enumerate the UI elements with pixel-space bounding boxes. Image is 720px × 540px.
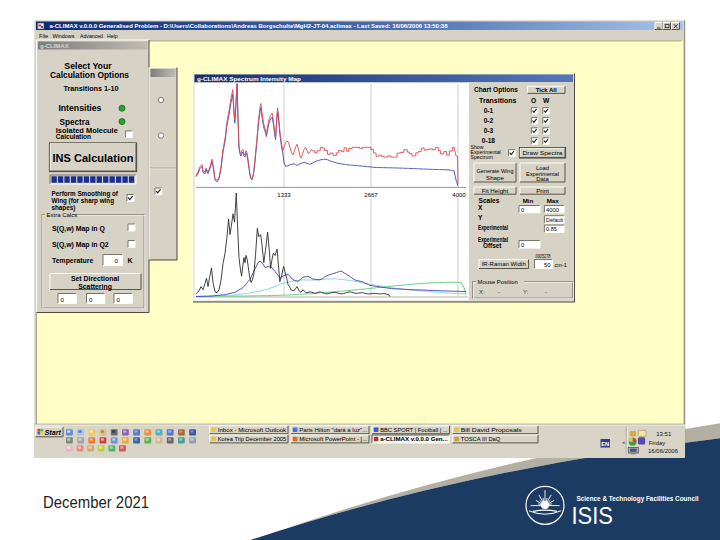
svg-text:Spectra: Spectra: [60, 117, 90, 127]
svg-text:1333: 1333: [277, 192, 291, 198]
svg-text:INS Calculation: INS Calculation: [53, 152, 134, 164]
svg-text:Spectrum: Spectrum: [471, 154, 493, 160]
svg-text:16/06/2006: 16/06/2006: [648, 448, 679, 454]
svg-text:Max: Max: [547, 197, 560, 204]
svg-text:0-1: 0-1: [484, 107, 494, 114]
svg-text:.0005278: .0005278: [535, 253, 551, 259]
svg-text:Fit Height: Fit Height: [482, 187, 509, 194]
svg-text:Paris Hilton "dará a luz"...: Paris Hilton "dará a luz"...: [299, 427, 367, 433]
svg-text:0: 0: [61, 296, 65, 303]
svg-text:S(Q,w) Map in Q: S(Q,w) Map in Q: [52, 225, 105, 233]
svg-text:IR-Raman Width: IR-Raman Width: [482, 261, 526, 267]
svg-text:Shape: Shape: [486, 174, 504, 181]
svg-text:Science & Technology Facilitie: Science & Technology Facilities Council: [577, 495, 699, 503]
svg-text:Print: Print: [536, 187, 549, 194]
svg-text:Scattering: Scattering: [78, 283, 112, 291]
svg-text:a-CLIMAX v.0.0.0 Generalised P: a-CLIMAX v.0.0.0 Generalised Problem - D…: [50, 23, 448, 29]
svg-text:Advanced: Advanced: [80, 33, 103, 39]
svg-text:Friday: Friday: [649, 440, 666, 446]
svg-text:EN: EN: [601, 441, 609, 447]
svg-text:Draw Spectra: Draw Spectra: [523, 149, 564, 156]
svg-text:Set Directional: Set Directional: [71, 275, 119, 282]
svg-text:13:51: 13:51: [656, 431, 672, 437]
svg-text:Y:: Y:: [523, 289, 529, 295]
svg-text:K: K: [128, 257, 133, 264]
svg-text:TOSCA III DaQ: TOSCA III DaQ: [461, 436, 501, 442]
svg-text:0-2: 0-2: [484, 117, 494, 124]
svg-text:File: File: [39, 33, 49, 39]
svg-text:Windows: Windows: [53, 33, 75, 39]
svg-text:Transitions: Transitions: [479, 97, 517, 104]
svg-text:0: 0: [115, 257, 119, 264]
svg-text:Default: Default: [546, 217, 564, 223]
svg-text:Calculation: Calculation: [56, 133, 91, 140]
svg-text:g-CLIMAX Spectrum Intensity Ma: g-CLIMAX Spectrum Intensity Map: [197, 75, 301, 82]
svg-text:Chart Options: Chart Options: [474, 86, 518, 94]
svg-text:Start: Start: [45, 428, 62, 437]
svg-text:Help: Help: [107, 33, 118, 39]
svg-text:Experimental: Experimental: [478, 224, 508, 232]
svg-text:Bill David Proposals: Bill David Proposals: [461, 427, 522, 433]
svg-text:4000: 4000: [452, 192, 466, 198]
svg-text:O: O: [531, 97, 536, 104]
svg-text:0: 0: [521, 207, 524, 213]
svg-text:-: -: [498, 289, 500, 295]
svg-text:0-3: 0-3: [484, 127, 494, 134]
svg-text:50: 50: [544, 262, 550, 268]
svg-text:g-CLIMAX: g-CLIMAX: [40, 43, 69, 49]
svg-text:BBC SPORT | Football | ...: BBC SPORT | Football | ...: [380, 427, 448, 433]
svg-text:Korea Trip December 2005: Korea Trip December 2005: [218, 436, 287, 442]
svg-text:«: «: [622, 439, 625, 445]
svg-text:S(Q,w) Map in Q2: S(Q,w) Map in Q2: [52, 241, 109, 249]
svg-text:December 2021: December 2021: [43, 493, 149, 512]
svg-text:Offset: Offset: [483, 242, 502, 249]
svg-text:ISIS: ISIS: [572, 503, 614, 529]
svg-text:Generate Wing: Generate Wing: [477, 167, 514, 174]
svg-text:Extra Calcs: Extra Calcs: [47, 212, 78, 218]
svg-text:Mouse Position: Mouse Position: [478, 279, 518, 285]
svg-text:4000: 4000: [546, 207, 559, 213]
svg-text:X: X: [478, 204, 483, 211]
svg-text:Inbox - Microsoft Outlook: Inbox - Microsoft Outlook: [218, 427, 287, 433]
svg-text:Microsoft PowerPoint - [...: Microsoft PowerPoint - [...: [299, 436, 367, 442]
svg-text:0: 0: [521, 242, 524, 248]
svg-text:0.85: 0.85: [546, 226, 557, 232]
svg-text:Y: Y: [478, 214, 483, 221]
svg-text:cm-1: cm-1: [555, 262, 567, 268]
svg-text:Tick All: Tick All: [536, 87, 557, 93]
svg-text:Temperature: Temperature: [52, 257, 93, 265]
svg-text:-: -: [545, 289, 547, 295]
svg-text:0: 0: [117, 296, 121, 303]
svg-text:Transitions 1-10: Transitions 1-10: [64, 85, 119, 92]
svg-text:W: W: [543, 97, 550, 104]
svg-text:0: 0: [89, 296, 93, 303]
svg-text:X:: X:: [479, 289, 485, 295]
svg-text:Intensities: Intensities: [58, 103, 101, 113]
svg-text:Calculation Options: Calculation Options: [50, 70, 129, 80]
svg-text:shapes): shapes): [52, 204, 76, 212]
svg-text:0-18: 0-18: [482, 137, 496, 144]
svg-text:Min: Min: [523, 197, 534, 204]
svg-text:2667: 2667: [364, 192, 378, 198]
svg-text:Data: Data: [536, 176, 549, 182]
svg-text:a-CLIMAX v.0.0.0 Gen...: a-CLIMAX v.0.0.0 Gen...: [380, 436, 448, 442]
